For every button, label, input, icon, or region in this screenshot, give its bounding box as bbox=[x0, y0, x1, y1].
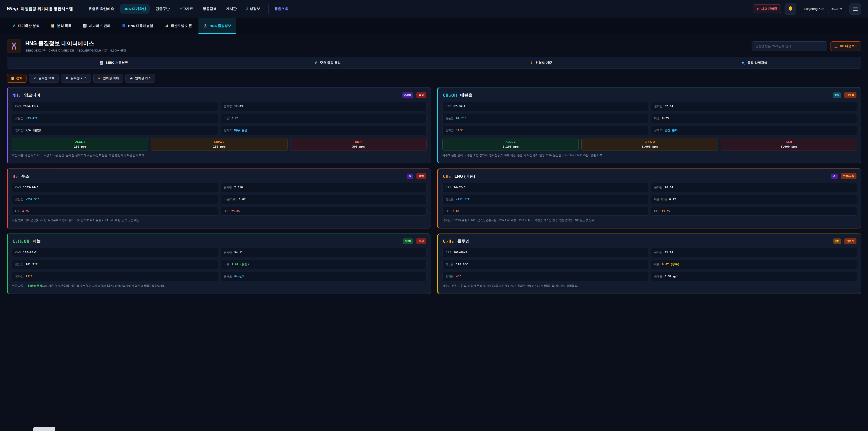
ruler-icon bbox=[164, 24, 168, 28]
property-fields: CAS:108-88-3분자량:92.14끓는점:110.6°C비중:0.87 … bbox=[442, 248, 857, 281]
section-tab-sebc-거동분류[interactable]: SEBC 거동분류 bbox=[7, 57, 221, 68]
db-download-button[interactable]: DB 다운로드 bbox=[830, 41, 861, 51]
field-value: 94.11 bbox=[234, 251, 243, 254]
field-value: 181.7°C bbox=[26, 263, 37, 266]
nav-item-항공탐색[interactable]: 항공탐색 bbox=[199, 4, 220, 13]
nav-item-보고자료[interactable]: 보고자료 bbox=[176, 4, 197, 13]
field-label: 용해도: bbox=[224, 128, 232, 132]
property-field: 분자량:32.04 bbox=[651, 102, 857, 111]
section-tab-주요-물질-특성[interactable]: 주요 물질 특성 bbox=[221, 57, 434, 68]
field-value: 108-95-2 bbox=[23, 251, 37, 254]
threshold-erpg-2: ERPG-2150 ppm bbox=[151, 138, 287, 151]
badge-fe: FE bbox=[833, 239, 841, 244]
property-field: 끓는점:64.7°C bbox=[442, 114, 648, 123]
testtube-icon bbox=[33, 76, 36, 80]
property-field: 분자량:2.016 bbox=[221, 183, 427, 192]
property-field: 비중:0.87 (부유) bbox=[651, 260, 857, 269]
tab-확산모델-이론[interactable]: 확산모델 이론 bbox=[159, 18, 197, 34]
field-value: -161.5°C bbox=[456, 197, 469, 201]
card-header: C₆H₅OH페놀S/SD독성 bbox=[12, 237, 427, 245]
tab-시나리오-관리[interactable]: 시나리오 관리 bbox=[78, 18, 115, 34]
property-field: CAS:7664-41-7 bbox=[12, 102, 218, 111]
property-field: CAS:74-82-8 bbox=[442, 183, 648, 192]
tab-대기확산-분석[interactable]: 대기확산 분석 bbox=[7, 18, 44, 34]
field-label: CAS: bbox=[445, 251, 452, 254]
filter-chip-유독성-액체[interactable]: 유독성 액체 bbox=[29, 74, 59, 83]
note-segment: 해상 유출 시 급속 기화 → 독성 가스운 형성. 물에 잘 용해되어 수중 … bbox=[12, 154, 145, 157]
field-label: 분자량: bbox=[224, 251, 232, 254]
lightning-icon bbox=[529, 61, 533, 65]
nav-item-유출유-확산예측[interactable]: 유출유 확산예측 bbox=[85, 4, 118, 13]
logout-button[interactable]: 로그아웃 bbox=[828, 5, 846, 13]
section-tab-위험도-기준[interactable]: 위험도 기준 bbox=[434, 57, 648, 68]
dna-icon bbox=[204, 24, 208, 28]
topbar-right: 사고 진행중 Eunjeong Kim 로그아웃 bbox=[753, 3, 861, 15]
card-header: CH₄LNG (메탄)G인화/폭발 bbox=[442, 172, 857, 180]
field-label: CAS: bbox=[445, 105, 452, 108]
field-value: 1.07 (침강) bbox=[231, 263, 249, 267]
filter-chip-label: 인화성 액체 bbox=[103, 76, 119, 80]
field-label: 인화점: bbox=[445, 128, 454, 132]
property-field: 끓는점:-33.4°C bbox=[12, 114, 218, 123]
dna-icon bbox=[10, 42, 18, 50]
filter-chip-유독성-가스[interactable]: 유독성 가스 bbox=[61, 74, 91, 83]
page-icon-box bbox=[7, 39, 21, 53]
tab-hns-물질정보[interactable]: HNS 물질정보 bbox=[198, 18, 237, 34]
brand-logo: Wing bbox=[7, 6, 18, 11]
substance-card-암모니아: NH₃암모니아G/GD독성CAS:7664-41-7분자량:17.03끓는점:-… bbox=[7, 87, 431, 163]
substance-card-페놀: C₆H₅OH페놀S/SD독성CAS:108-95-2분자량:94.11끓는점:1… bbox=[7, 234, 431, 294]
field-label: 인화점: bbox=[15, 275, 24, 278]
filter-chip-전체[interactable]: 전체 bbox=[7, 74, 26, 83]
field-label: 분자량: bbox=[654, 186, 663, 189]
property-fields: CAS:7664-41-7분자량:17.03끓는점:-33.4°C비중:0.73… bbox=[12, 102, 427, 135]
tab-label: HNS 대응매뉴얼 bbox=[128, 24, 153, 28]
substance-name: 수소 bbox=[21, 174, 29, 179]
bell-icon bbox=[787, 6, 794, 12]
property-field: 용해도:매우 높음 bbox=[221, 126, 427, 135]
field-value: 0.42 bbox=[669, 197, 676, 201]
field-value: 0.73 bbox=[231, 116, 238, 120]
filter-chip-인화성-액체[interactable]: 인화성 액체 bbox=[93, 74, 123, 83]
note-segment: 해수면 부유 → 증발. 인화점 극히 낮아(4°C) 화재 위험 상시. 석유… bbox=[442, 284, 578, 287]
field-value: -252.9°C bbox=[26, 197, 39, 201]
field-value: 108-88-3 bbox=[454, 251, 467, 254]
property-fields: CAS:1333-74-0분자량:2.016끓는점:-252.9°C비중(기체)… bbox=[12, 183, 427, 216]
threshold-value: 6,000 ppm bbox=[723, 145, 855, 148]
notifications-button[interactable] bbox=[784, 3, 796, 15]
gas-icon bbox=[129, 76, 133, 80]
nav-item-hns-대기확산[interactable]: HNS·대기확산 bbox=[120, 4, 150, 13]
substance-note: 비중 1.07 → Sinker 특성으로 저층 축적. ROMS 검증 결과 … bbox=[12, 284, 427, 288]
exposure-thresholds: AEGL-2160 ppmERPG-2150 ppmIDLH300 ppm bbox=[12, 138, 427, 151]
search-input[interactable] bbox=[752, 41, 827, 51]
menu-button[interactable] bbox=[849, 3, 861, 15]
tab-분석-목록[interactable]: 분석 목록 bbox=[46, 18, 76, 34]
section-tab-bar: SEBC 거동분류주요 물질 특성위험도 기준물질 상세검색 bbox=[7, 57, 861, 69]
nav-item-게시판[interactable]: 게시판 bbox=[222, 4, 240, 13]
badge-독성: 독성 bbox=[416, 238, 426, 244]
nav-item-기상정보[interactable]: 기상정보 bbox=[243, 4, 264, 13]
nav-item-통합조회[interactable]: 통합조회 bbox=[268, 4, 292, 13]
field-value: 75.0% bbox=[231, 210, 240, 213]
property-field: 비중:0.79 bbox=[651, 114, 857, 123]
note-segment: 극저온(-162°C) 유출 시 RPT(급속상변환폭발), Pool Fire… bbox=[442, 219, 595, 222]
skull-icon bbox=[65, 76, 68, 80]
note-segment: 폭발 범위 극히 넓음(4~75%). 무색무취로 감지 불가. 극저온 액화수… bbox=[12, 219, 141, 222]
filter-chip-인화성-가스[interactable]: 인화성 가스 bbox=[125, 74, 155, 83]
field-value: 67-56-1 bbox=[454, 104, 465, 108]
field-value: 16.04 bbox=[664, 186, 673, 189]
field-value: 15.0% bbox=[662, 210, 670, 213]
download-icon bbox=[834, 44, 838, 48]
testtube-icon bbox=[314, 61, 318, 65]
threshold-name: ERPG-2 bbox=[153, 140, 285, 144]
section-tab-물질-상세검색[interactable]: 물질 상세검색 bbox=[648, 57, 861, 68]
threshold-name: IDLH bbox=[723, 140, 855, 144]
nav-item-긴급구난[interactable]: 긴급구난 bbox=[152, 4, 173, 13]
badge-g: G bbox=[831, 174, 838, 179]
property-field: 분자량:92.14 bbox=[651, 248, 857, 257]
search-icon bbox=[741, 61, 745, 65]
main-menu: 유출유 확산예측HNS·대기확산긴급구난보고자료항공탐색게시판기상정보통합조회 bbox=[85, 4, 747, 13]
tab-hns-대응매뉴얼[interactable]: HNS 대응매뉴얼 bbox=[117, 18, 158, 34]
note-segment: Sinker 특성 bbox=[28, 284, 42, 287]
badge-g: G bbox=[407, 174, 413, 179]
field-label: 분자량: bbox=[654, 251, 663, 254]
